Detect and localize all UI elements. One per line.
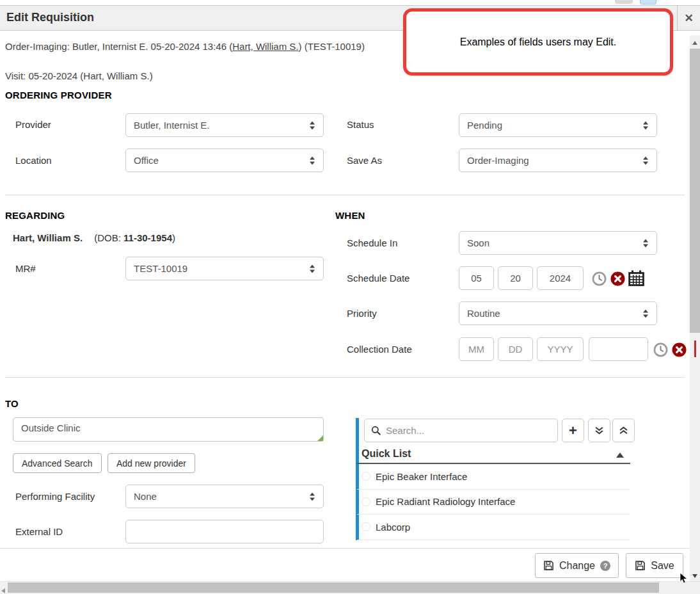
patient-name: Hart, William S. — [13, 232, 83, 243]
calendar-icon[interactable] — [628, 270, 644, 286]
patient-dob-line: Hart, William S. (DOB: 11-30-1954) — [13, 232, 175, 243]
visit-summary-line: Visit: 05-20-2024 (Hart, William S.) — [5, 70, 153, 81]
close-icon: ✕ — [684, 12, 693, 25]
performing-facility-label: Performing Facility — [15, 491, 95, 502]
scroll-up-arrow-icon[interactable] — [692, 41, 697, 45]
external-id-input[interactable] — [125, 520, 324, 543]
select-arrows-icon — [310, 121, 315, 129]
status-select-value: Pending — [467, 120, 502, 131]
select-arrows-icon — [643, 121, 648, 129]
save-disk-icon — [635, 560, 646, 571]
external-id-label: External ID — [15, 526, 63, 537]
advanced-search-button[interactable]: Advanced Search — [13, 453, 102, 473]
change-button-label: Change — [559, 560, 595, 572]
select-arrows-icon — [643, 239, 648, 247]
location-select-value: Office — [134, 155, 159, 166]
quick-list: Epic Beaker Interface Epic Radiant Radio… — [357, 464, 630, 540]
section-ordering-provider: ORDERING PROVIDER — [5, 90, 112, 100]
radio-icon — [362, 497, 370, 506]
select-arrows-icon — [310, 264, 315, 273]
patient-link[interactable]: Hart, William S. — [232, 41, 298, 52]
search-icon — [371, 426, 381, 436]
list-item[interactable]: Epic Radiant Radiology Interface — [357, 490, 630, 515]
section-regarding: REGARDING — [5, 210, 65, 221]
textarea-resize-grip[interactable] — [317, 435, 323, 441]
schedule-in-select-value: Soon — [467, 237, 489, 248]
directory-search-box — [364, 419, 558, 442]
footer-divider — [0, 548, 690, 549]
clipped-toolbar-button[interactable] — [615, 0, 633, 4]
status-label: Status — [347, 119, 374, 130]
collection-day-input[interactable] — [498, 337, 533, 361]
location-label: Location — [15, 155, 52, 166]
save-as-label: Save As — [347, 155, 382, 166]
section-when: WHEN — [335, 210, 365, 221]
plus-icon: + — [569, 424, 577, 438]
horizontal-scrollbar-thumb[interactable] — [8, 582, 659, 593]
order-summary-prefix: Order-Imaging: Butler, Internist E. 05-2… — [5, 41, 232, 52]
help-icon[interactable]: ? — [600, 561, 610, 571]
list-item-label: Labcorp — [376, 522, 410, 533]
collection-date-clear-icon[interactable] — [672, 342, 687, 357]
section-divider — [5, 195, 685, 195]
radio-icon — [362, 472, 370, 481]
quick-list-heading: Quick List — [362, 448, 411, 460]
collapse-all-button[interactable] — [612, 419, 635, 442]
schedule-year-input[interactable] — [537, 266, 584, 290]
collection-year-input[interactable] — [537, 337, 584, 361]
provider-label: Provider — [15, 119, 51, 130]
page-title: Edit Requisition — [6, 11, 94, 24]
collection-date-label: Collection Date — [347, 344, 412, 355]
schedule-month-input[interactable] — [459, 266, 494, 290]
dob-suffix: ) — [172, 232, 175, 243]
schedule-date-clear-icon[interactable] — [610, 271, 625, 286]
status-select[interactable]: Pending — [459, 113, 657, 137]
schedule-time-clock-icon[interactable] — [592, 271, 607, 286]
priority-select[interactable]: Routine — [459, 301, 657, 325]
schedule-day-input[interactable] — [498, 266, 533, 290]
clipped-toolbar-button-blue[interactable] — [640, 0, 656, 4]
collection-time-input[interactable] — [589, 337, 648, 361]
vertical-scrollbar-thumb[interactable] — [690, 49, 700, 333]
save-button-label: Save — [651, 560, 674, 572]
priority-select-value: Routine — [467, 308, 500, 319]
scroll-left-arrow-icon[interactable] — [1, 588, 5, 593]
list-item-label: Epic Radiant Radiology Interface — [376, 496, 515, 507]
section-to: TO — [5, 398, 19, 409]
section-divider — [5, 377, 685, 378]
order-summary-suffix: ) (TEST-10019) — [299, 41, 365, 52]
select-arrows-icon — [643, 309, 648, 317]
mr-select[interactable]: TEST-10019 — [125, 257, 324, 280]
order-summary-line: Order-Imaging: Butler, Internist E. 05-2… — [5, 41, 365, 52]
scroll-down-arrow-icon[interactable] — [692, 574, 697, 578]
save-as-select-value: Order-Imaging — [467, 155, 529, 166]
clipped-calendar-icon — [694, 341, 696, 357]
save-disk-icon — [543, 560, 554, 571]
performing-facility-select[interactable]: None — [125, 485, 324, 508]
save-as-select[interactable]: Order-Imaging — [459, 148, 657, 172]
mr-label: MR# — [15, 263, 36, 274]
add-recipient-button[interactable]: + — [562, 419, 584, 442]
mr-select-value: TEST-10019 — [134, 263, 187, 274]
double-chevron-down-icon — [594, 426, 604, 435]
list-item[interactable]: Epic Beaker Interface — [357, 464, 630, 490]
location-select[interactable]: Office — [125, 148, 324, 172]
schedule-in-select[interactable]: Soon — [459, 231, 657, 255]
recipient-textarea[interactable]: Outside Clinic — [13, 417, 324, 442]
annotation-callout: Examples of fields users may Edit. — [403, 8, 673, 76]
close-button[interactable]: ✕ — [677, 5, 700, 31]
change-button[interactable]: Change ? — [535, 553, 619, 578]
collection-time-clock-icon[interactable] — [653, 342, 668, 357]
collection-month-input[interactable] — [459, 337, 494, 361]
add-new-provider-button[interactable]: Add new provider — [107, 453, 195, 473]
collapse-section-icon[interactable] — [616, 453, 624, 458]
provider-select[interactable]: Butler, Internist E. — [125, 113, 324, 137]
list-item[interactable]: Labcorp — [357, 515, 630, 540]
expand-all-button[interactable] — [588, 419, 610, 442]
priority-label: Priority — [347, 308, 377, 319]
select-arrows-icon — [310, 156, 315, 165]
save-button[interactable]: Save — [626, 553, 683, 578]
search-input[interactable] — [386, 425, 551, 436]
select-arrows-icon — [643, 156, 648, 165]
mouse-cursor — [680, 572, 688, 587]
